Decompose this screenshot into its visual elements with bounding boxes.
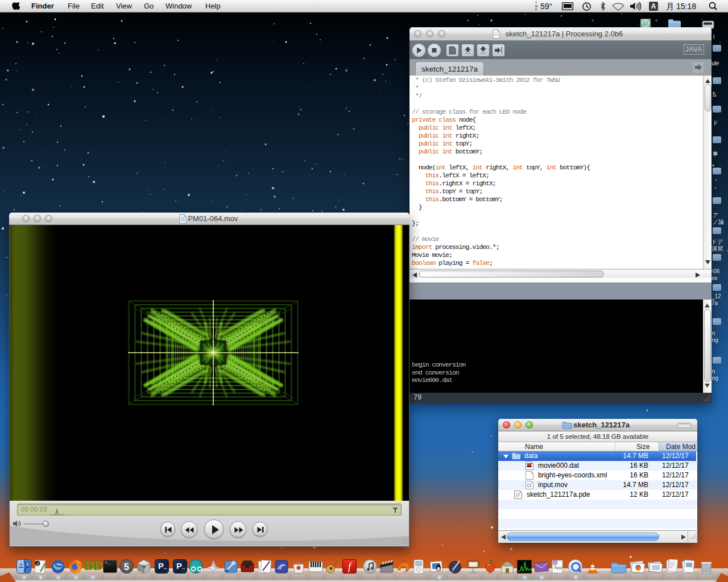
- svg-text:App: App: [554, 565, 562, 570]
- svg-text:J: J: [36, 561, 39, 566]
